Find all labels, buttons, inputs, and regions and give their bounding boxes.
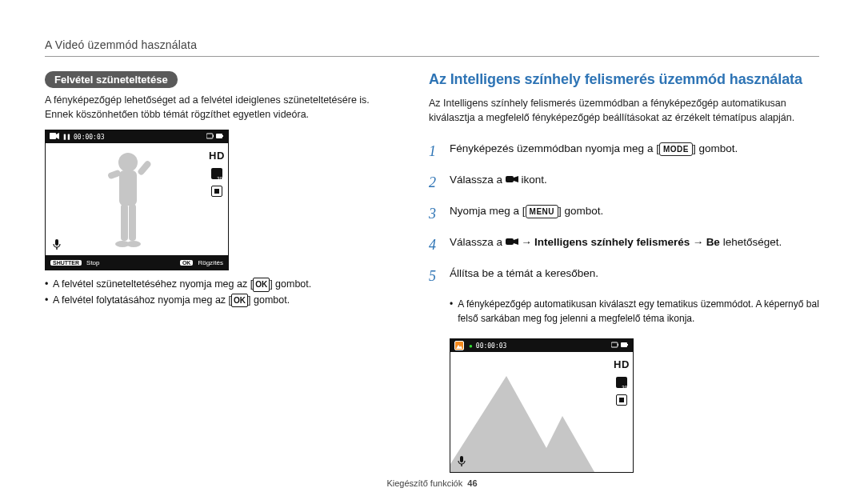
rec-time: 00:00:03 bbox=[74, 134, 105, 141]
svg-rect-18 bbox=[618, 344, 618, 346]
record-label: Rögzítés bbox=[198, 259, 223, 266]
svg-rect-1 bbox=[206, 134, 213, 138]
mode-key: MODE bbox=[659, 142, 693, 156]
svg-rect-19 bbox=[621, 342, 627, 347]
svg-rect-16 bbox=[506, 238, 514, 245]
svg-rect-10 bbox=[129, 204, 136, 241]
shutter-key-label: SHUTTER bbox=[50, 260, 82, 266]
svg-rect-4 bbox=[222, 135, 223, 137]
scene-theme-icon bbox=[454, 341, 464, 350]
wb-icon bbox=[211, 186, 222, 197]
pause-indicator-icon: ❚❚ bbox=[62, 134, 70, 140]
svg-rect-6 bbox=[119, 170, 137, 206]
hd-badge: HD bbox=[209, 150, 225, 162]
camera-top-bar: ❚❚ 00:00:03 bbox=[46, 130, 228, 143]
step-5: 5 Állítsa be a témát a keresőben. bbox=[429, 261, 819, 292]
svg-rect-3 bbox=[216, 134, 222, 138]
camera-top-bar-scene: ● 00:00:03 bbox=[450, 339, 633, 352]
video-camera-icon bbox=[506, 173, 518, 189]
svg-rect-9 bbox=[121, 204, 128, 241]
svg-rect-0 bbox=[50, 133, 56, 139]
scene-note: • A fényképezőgép automatikusan kiválasz… bbox=[450, 297, 819, 326]
svg-rect-15 bbox=[506, 176, 514, 182]
svg-point-5 bbox=[118, 153, 138, 172]
svg-rect-8 bbox=[137, 160, 152, 176]
camera-screenshot-pause: ❚❚ 00:00:03 bbox=[45, 130, 229, 270]
battery-icon-scene bbox=[611, 342, 629, 350]
microphone-icon-scene bbox=[457, 456, 466, 467]
camera-bottom-bar: SHUTTER Stop OK Rögzítés bbox=[46, 255, 228, 270]
svg-rect-20 bbox=[627, 344, 628, 346]
ok-key-label: OK bbox=[180, 260, 194, 266]
section-pill-pause: Felvétel szüneteltetése bbox=[45, 71, 178, 88]
svg-rect-2 bbox=[213, 135, 214, 137]
page-footer: Kiegészítő funkciók 46 bbox=[0, 478, 864, 488]
svg-rect-13 bbox=[55, 239, 58, 246]
menu-key: MENU bbox=[526, 205, 558, 218]
svg-point-12 bbox=[126, 241, 141, 247]
battery-icon bbox=[206, 133, 224, 141]
resume-bullet-2: • A felvétel folytatásához nyomja meg az… bbox=[45, 293, 397, 308]
svg-rect-14 bbox=[56, 247, 57, 250]
rec-dot: ● bbox=[469, 342, 473, 350]
pause-bullet-1: • A felvétel szüneteltetéséhez nyomja me… bbox=[45, 277, 397, 292]
left-column: Felvétel szüneteltetése A fényképezőgép … bbox=[45, 71, 397, 479]
smart-scene-intro: Az Intelligens színhely felismerés üzemm… bbox=[429, 96, 819, 125]
step-4: 4 Válassza a → Intelligens színhely feli… bbox=[429, 230, 819, 261]
svg-rect-17 bbox=[611, 342, 618, 347]
microphone-icon bbox=[52, 239, 62, 250]
fps-badge-icon-scene: 30 bbox=[616, 377, 627, 388]
wb-icon-scene bbox=[616, 394, 627, 406]
scene-preview bbox=[450, 352, 610, 472]
svg-rect-21 bbox=[460, 456, 463, 462]
smart-scene-heading: Az Intelligens színhely felismerés üzemm… bbox=[429, 71, 819, 88]
step-2: 2 Válassza a ikont. bbox=[429, 167, 819, 198]
camera-preview-area bbox=[46, 143, 206, 255]
step-1: 1 Fényképezés üzemmódban nyomja meg a [M… bbox=[429, 136, 819, 167]
camera-screenshot-scene: ● 00:00:03 bbox=[450, 338, 634, 473]
video-mode-icon bbox=[50, 132, 59, 142]
pause-intro-text: A fényképezőgép lehetőséget ad a felvéte… bbox=[45, 93, 397, 122]
ok-inline-key: OK bbox=[253, 278, 270, 292]
header-rule bbox=[45, 56, 819, 57]
right-column: Az Intelligens színhely felismerés üzemm… bbox=[429, 71, 819, 479]
stop-label: Stop bbox=[86, 259, 99, 266]
hd-badge-scene: HD bbox=[614, 358, 630, 370]
step-3: 3 Nyomja meg a [MENU] gombot. bbox=[429, 198, 819, 230]
video-camera-icon-2 bbox=[506, 235, 518, 251]
fps-badge-icon: 30 bbox=[211, 168, 222, 179]
svg-rect-22 bbox=[461, 464, 462, 466]
rec-time-scene: 00:00:03 bbox=[476, 342, 507, 350]
ok-inline-key-2: OK bbox=[231, 294, 248, 308]
breadcrumb: A Videó üzemmód használata bbox=[45, 38, 819, 51]
